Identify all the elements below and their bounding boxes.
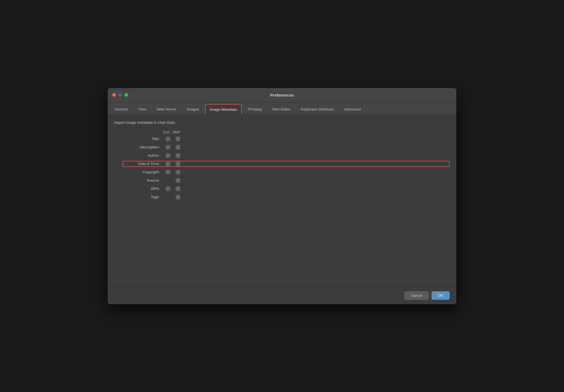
preferences-window: Preferences General Files Web Server Ima… [108, 88, 456, 304]
copyright-exif-checkbox[interactable] [166, 170, 170, 174]
label-description: Description: [124, 145, 163, 149]
author-xmp-cell [173, 153, 183, 158]
label-gps: GPS: [124, 187, 163, 191]
label-source: Source: [124, 178, 163, 182]
source-xmp-cell [173, 178, 183, 183]
xmp-header: XMP [171, 130, 181, 134]
tags-xmp-checkbox[interactable] [176, 195, 180, 199]
copyright-xmp-checkbox[interactable] [176, 170, 180, 174]
footer: Cancel OK [108, 287, 456, 304]
row-gps: GPS: [123, 186, 450, 192]
tab-skin-editor[interactable]: Skin Editor [268, 104, 295, 115]
description-exif-checkbox[interactable] [166, 145, 170, 149]
copyright-xmp-cell [173, 170, 183, 174]
source-exif-cell [163, 178, 173, 183]
row-source: Source: [123, 177, 450, 184]
section-title: Import image metadata to User Data [114, 120, 450, 125]
row-copyright: Copyright: [123, 169, 450, 175]
cancel-button[interactable]: Cancel [404, 291, 429, 300]
tags-exif-checkbox [166, 195, 170, 199]
gps-exif-cell [163, 187, 173, 191]
maximize-button[interactable] [124, 93, 128, 97]
window-title: Preferences [270, 93, 294, 97]
tags-xmp-cell [173, 195, 183, 199]
title-xmp-checkbox[interactable] [176, 137, 180, 141]
content-area: Import image metadata to User Data Exif … [108, 115, 456, 287]
row-author: Author: [123, 153, 450, 159]
tab-keyboard-shortcuts[interactable]: Keyboard Shortcuts [296, 104, 338, 115]
source-exif-checkbox [166, 178, 170, 183]
tags-exif-cell [163, 195, 173, 199]
title-exif-cell [163, 137, 173, 141]
traffic-lights [112, 93, 128, 97]
date-time-exif-cell [163, 162, 173, 166]
source-xmp-checkbox[interactable] [176, 178, 180, 183]
close-button[interactable] [112, 93, 116, 97]
tab-advanced[interactable]: Advanced [340, 104, 366, 115]
tab-image-metadata[interactable]: Image Metadata [205, 104, 242, 115]
tab-general[interactable]: General [110, 104, 133, 115]
row-description: Description: [123, 144, 450, 150]
date-time-xmp-cell [173, 162, 183, 166]
row-date-time: Date & Time: [123, 161, 450, 167]
description-exif-cell [163, 145, 173, 149]
title-xmp-cell [173, 137, 183, 141]
label-author: Author: [124, 153, 163, 158]
author-exif-checkbox[interactable] [166, 153, 170, 158]
description-xmp-checkbox[interactable] [176, 145, 180, 149]
tab-ffmpeg[interactable]: FFmpeg [243, 104, 266, 115]
author-exif-cell [163, 153, 173, 158]
label-title: Title: [124, 137, 163, 141]
minimize-button[interactable] [118, 93, 122, 97]
col-headers: Exif XMP [161, 130, 450, 134]
date-time-exif-checkbox[interactable] [166, 162, 170, 166]
copyright-exif-cell [163, 170, 173, 174]
date-time-xmp-checkbox[interactable] [176, 162, 180, 166]
titlebar: Preferences [108, 88, 456, 102]
gps-exif-checkbox[interactable] [166, 187, 170, 191]
description-xmp-cell [173, 145, 183, 149]
label-copyright: Copyright: [124, 170, 163, 174]
row-tags: Tags: [123, 194, 450, 200]
row-title: Title: [123, 136, 450, 142]
label-tags: Tags: [124, 195, 163, 199]
gps-xmp-cell [173, 187, 183, 191]
metadata-grid: Exif XMP Title: Description: [123, 130, 450, 200]
gps-xmp-checkbox[interactable] [176, 187, 180, 191]
tab-web-server[interactable]: Web Server [152, 104, 181, 115]
exif-header: Exif [161, 130, 171, 134]
tab-images[interactable]: Images [182, 104, 204, 115]
ok-button[interactable]: OK [431, 291, 450, 300]
tabs-bar: General Files Web Server Images Image Me… [108, 102, 456, 115]
tab-files[interactable]: Files [134, 104, 151, 115]
author-xmp-checkbox[interactable] [176, 153, 180, 158]
label-date-time: Date & Time: [124, 162, 163, 166]
title-exif-checkbox[interactable] [166, 137, 170, 141]
